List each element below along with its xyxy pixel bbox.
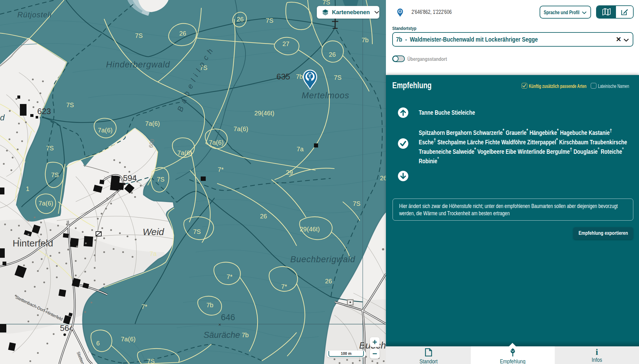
svg-text:26: 26 (380, 175, 386, 182)
svg-text:646: 646 (221, 313, 235, 322)
svg-text:7b: 7b (362, 37, 369, 43)
svg-text:Säuräche: Säuräche (204, 330, 240, 340)
svg-text:623: 623 (37, 107, 51, 116)
svg-text:7a(6): 7a(6) (145, 120, 160, 127)
svg-text:7S: 7S (334, 74, 341, 81)
svg-text:7S: 7S (322, 0, 330, 6)
svg-text:d: d (0, 113, 5, 122)
svg-text:7b: 7b (206, 302, 213, 309)
svg-text:7b: 7b (296, 73, 303, 80)
svg-text:635: 635 (276, 72, 290, 81)
svg-text:26: 26 (237, 16, 244, 23)
svg-text:27: 27 (282, 40, 289, 47)
svg-text:7b: 7b (242, 332, 249, 338)
svg-text:Mertelmoos: Mertelmoos (302, 91, 349, 100)
svg-text:7a: 7a (297, 146, 304, 153)
svg-text:7*: 7* (281, 283, 287, 290)
svg-text:7*: 7* (141, 303, 147, 310)
svg-text:×: × (218, 322, 221, 327)
svg-text:594: 594 (123, 173, 137, 183)
svg-text:29: 29 (286, 169, 293, 176)
svg-text:26: 26 (179, 30, 186, 37)
svg-text:Rütjosteli: Rütjosteli (17, 10, 52, 19)
svg-text:7a(6): 7a(6) (209, 139, 224, 146)
svg-text:7*: 7* (218, 166, 224, 173)
svg-text:7S: 7S (193, 228, 201, 235)
svg-text:7a(6): 7a(6) (177, 149, 192, 156)
svg-text:7S: 7S (353, 200, 360, 207)
svg-text:7S: 7S (266, 17, 273, 24)
svg-text:7*: 7* (227, 273, 233, 280)
svg-text:7a(6): 7a(6) (98, 127, 113, 134)
svg-text:29(46t): 29(46t) (300, 226, 320, 233)
svg-text:Buechberigwald: Buechberigwald (290, 255, 355, 264)
svg-text:7S: 7S (147, 358, 155, 364)
svg-text:7a(6): 7a(6) (234, 125, 248, 132)
svg-text:Hinderbergwald: Hinderbergwald (106, 60, 170, 69)
svg-text:7a: 7a (150, 250, 157, 257)
svg-text:7S: 7S (66, 101, 74, 108)
svg-text:29(46t): 29(46t) (254, 110, 274, 117)
svg-text:7a(6): 7a(6) (121, 336, 136, 343)
svg-text:1: 1 (26, 185, 29, 192)
svg-text:Weid: Weid (143, 227, 164, 237)
svg-text:26: 26 (260, 213, 267, 220)
svg-text:7S: 7S (157, 176, 164, 183)
svg-text:6: 6 (96, 340, 100, 347)
svg-text:7a(6): 7a(6) (38, 200, 53, 207)
svg-text:7S: 7S (135, 32, 143, 39)
svg-text:7S: 7S (46, 145, 54, 152)
svg-text:7S: 7S (51, 171, 59, 178)
svg-text:26: 26 (325, 278, 332, 285)
svg-text:26: 26 (329, 51, 336, 58)
